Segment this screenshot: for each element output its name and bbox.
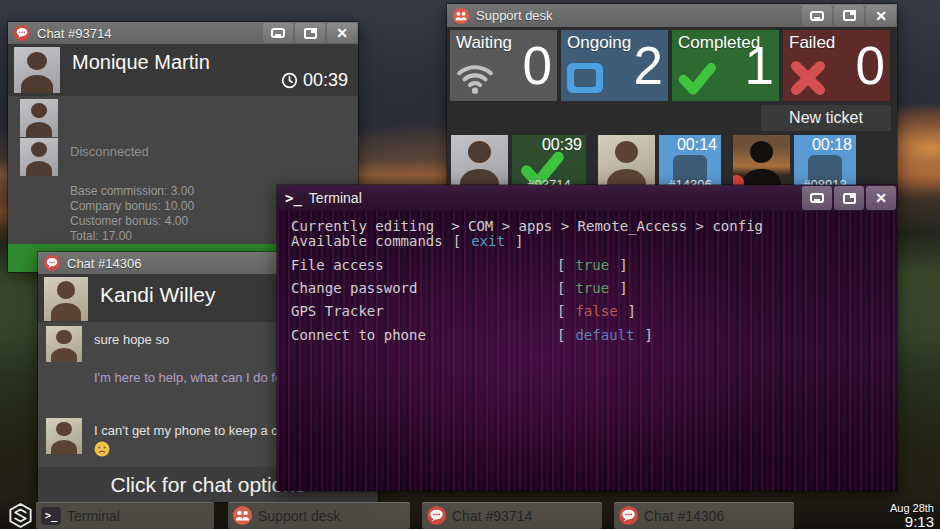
bracket: ] xyxy=(644,327,652,343)
setting-value-text: false xyxy=(565,303,627,319)
setting-value-text: true xyxy=(565,257,619,273)
setting-value: [true] xyxy=(557,280,628,296)
close-button[interactable]: ✕ xyxy=(866,186,896,210)
popout-icon xyxy=(843,193,856,204)
close-icon: ✕ xyxy=(875,9,887,23)
taskbar-item-label: Chat #93714 xyxy=(452,508,532,524)
taskbar-item-chat-14306[interactable]: Chat #14306 xyxy=(614,502,794,529)
ticket-status-tile: 00:14 #14306 xyxy=(659,135,721,192)
popout-button[interactable] xyxy=(834,5,864,26)
support-desk-titlebar[interactable]: Support desk ✕ xyxy=(447,4,897,27)
setting-value: [true] xyxy=(557,257,628,273)
message-avatar xyxy=(20,138,58,176)
chat-icon xyxy=(619,506,638,525)
bracket: ] xyxy=(619,257,627,273)
taskbar-item-chat-93714[interactable]: Chat #93714 xyxy=(422,502,602,529)
stat-label: Ongoing xyxy=(567,33,631,53)
terminal-icon: >_ xyxy=(41,507,61,525)
taskbar-item-label: Chat #14306 xyxy=(644,508,724,524)
window-title: Support desk xyxy=(476,8,553,23)
cross-icon xyxy=(789,60,827,96)
check-icon xyxy=(678,60,716,96)
close-button[interactable]: ✕ xyxy=(327,23,357,43)
ticket-status-tile: 00:39 #93714 xyxy=(512,135,586,192)
minimize-button[interactable] xyxy=(263,23,293,43)
ticket-93714[interactable]: 00:39 #93714 xyxy=(451,135,586,192)
popout-icon xyxy=(304,28,317,39)
ticket-status-tile: 00:18 #08913 xyxy=(794,135,856,192)
window-title: Chat #14306 xyxy=(67,256,141,271)
message-avatar xyxy=(20,99,58,137)
window-title: Chat #93714 xyxy=(37,26,111,41)
customer-name: Kandi Willey xyxy=(100,283,216,307)
popout-button[interactable] xyxy=(834,186,864,210)
summary-line: Company bonus: 10.00 xyxy=(70,199,194,214)
summary-line: Customer bonus: 4.00 xyxy=(70,214,194,229)
taskbar: >_ Terminal Support desk Chat #93714 Cha… xyxy=(0,502,940,529)
stat-label: Failed xyxy=(789,33,835,53)
support-desk-icon xyxy=(233,506,252,525)
taskbar-logo[interactable] xyxy=(7,502,34,529)
ticket-14306[interactable]: 00:14 #14306 xyxy=(598,135,721,192)
bracket: ] xyxy=(619,280,627,296)
bracket: ] xyxy=(515,233,523,249)
window-terminal: >_ Terminal ✕ Currently editing > COM > … xyxy=(277,185,897,491)
chat-timer-value: 00:39 xyxy=(303,70,348,91)
setting-value-text: true xyxy=(565,280,619,296)
support-desk-icon xyxy=(453,8,469,24)
ticket-list: 00:39 #93714 00:14 #14306 00:18 #08 xyxy=(451,135,856,192)
commission-summary: Base commission: 3.00 Company bonus: 10.… xyxy=(70,184,194,244)
exit-command: exit xyxy=(461,233,515,249)
close-icon: ✕ xyxy=(336,26,348,40)
stat-value: 0 xyxy=(856,38,885,94)
summary-line: Base commission: 3.00 xyxy=(70,184,194,199)
setting-name: GPS Tracker xyxy=(291,303,384,319)
ticket-avatar xyxy=(451,135,508,192)
ticket-avatar xyxy=(733,135,790,192)
chat-icon xyxy=(14,25,30,41)
time-label: 9:13 xyxy=(890,514,934,529)
terminal-prompt-icon: >_ xyxy=(285,190,302,206)
window-support-desk: Support desk ✕ Waiting 0 Ongoing 2 Compl… xyxy=(447,4,897,196)
minimize-icon xyxy=(810,11,824,21)
taskbar-item-label: Terminal xyxy=(67,508,120,524)
desktop: Chat #93714 ✕ Monique Martin 00:39 Disco… xyxy=(0,0,940,529)
new-ticket-button[interactable]: New ticket xyxy=(761,105,891,131)
customer-name: Monique Martin xyxy=(72,51,210,74)
setting-value: [false] xyxy=(557,303,636,319)
minimize-icon xyxy=(810,193,824,203)
chat-customer-header: Monique Martin 00:39 xyxy=(8,44,358,96)
taskbar-item-label: Support desk xyxy=(258,508,341,524)
popout-icon xyxy=(843,10,856,21)
chat-timer: 00:39 xyxy=(281,70,348,91)
commands-label: Available commands xyxy=(291,233,443,249)
window-controls: ✕ xyxy=(799,4,897,27)
customer-avatar xyxy=(44,277,88,321)
stat-value: 1 xyxy=(745,38,774,94)
stat-label: Waiting xyxy=(456,33,512,53)
close-button[interactable]: ✕ xyxy=(866,5,896,26)
bracket: ] xyxy=(628,303,636,319)
ticket-08913[interactable]: 00:18 #08913 xyxy=(733,135,856,192)
chat-icon xyxy=(44,255,60,271)
taskbar-item-terminal[interactable]: >_ Terminal xyxy=(36,502,214,529)
minimize-button[interactable] xyxy=(802,5,832,26)
stat-completed: Completed 1 xyxy=(672,30,779,101)
terminal-titlebar[interactable]: >_ Terminal ✕ xyxy=(277,185,897,211)
taskbar-item-support-desk[interactable]: Support desk xyxy=(228,502,410,529)
status-message: Disconnected xyxy=(70,144,149,159)
sad-emoji-icon xyxy=(94,441,110,457)
summary-line: Total: 17.00 xyxy=(70,229,194,244)
stat-waiting: Waiting 0 xyxy=(450,30,557,101)
popout-button[interactable] xyxy=(295,23,325,43)
setting-name: File access xyxy=(291,257,384,273)
minimize-button[interactable] xyxy=(802,186,832,210)
terminal-breadcrumb: Currently editing > COM > apps > Remote_… xyxy=(291,218,763,234)
stat-ongoing: Ongoing 2 xyxy=(561,30,668,101)
chat-93714-titlebar[interactable]: Chat #93714 ✕ xyxy=(8,22,358,44)
setting-name: Connect to phone xyxy=(291,327,426,343)
bracket: [ xyxy=(443,233,461,249)
customer-avatar xyxy=(14,47,60,93)
chat-icon xyxy=(427,506,446,525)
ticket-timer: 00:14 xyxy=(677,136,717,154)
